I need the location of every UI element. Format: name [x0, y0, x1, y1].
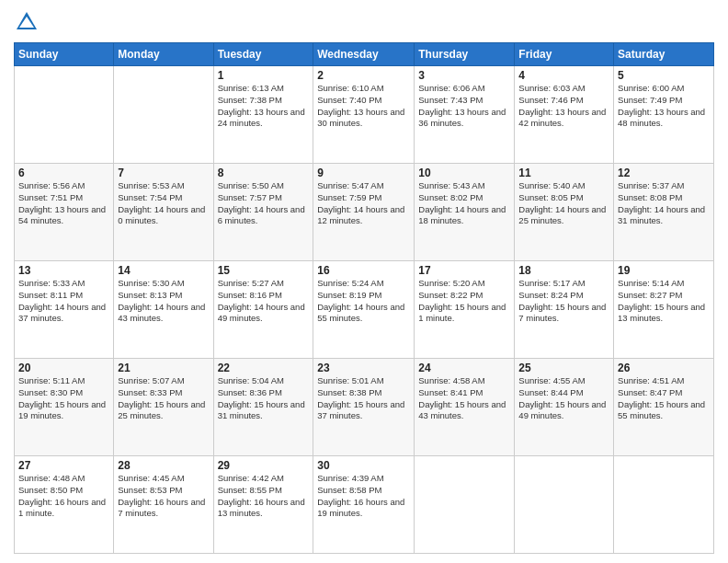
logo — [14, 9, 43, 35]
calendar-cell: 12Sunrise: 5:37 AMSunset: 8:08 PMDayligh… — [614, 164, 714, 261]
day-number: 26 — [618, 362, 710, 374]
calendar-cell: 21Sunrise: 5:07 AMSunset: 8:33 PMDayligh… — [114, 359, 213, 456]
week-row-3: 13Sunrise: 5:33 AMSunset: 8:11 PMDayligh… — [15, 261, 714, 359]
day-number: 16 — [317, 264, 410, 277]
calendar-cell — [515, 456, 614, 554]
day-info: Sunrise: 5:07 AMSunset: 8:33 PMDaylight:… — [118, 375, 209, 422]
day-info: Sunrise: 5:40 AMSunset: 8:05 PMDaylight:… — [518, 180, 609, 227]
day-info: Sunrise: 4:58 AMSunset: 8:41 PMDaylight:… — [418, 375, 510, 422]
calendar-cell — [114, 66, 213, 164]
day-number: 8 — [218, 167, 310, 179]
calendar-cell: 6Sunrise: 5:56 AMSunset: 7:51 PMDaylight… — [15, 164, 114, 261]
day-number: 18 — [518, 264, 609, 277]
header — [14, 9, 714, 35]
calendar-cell: 20Sunrise: 5:11 AMSunset: 8:30 PMDayligh… — [15, 359, 114, 456]
day-info: Sunrise: 5:37 AMSunset: 8:08 PMDaylight:… — [618, 180, 710, 227]
day-info: Sunrise: 4:55 AMSunset: 8:44 PMDaylight:… — [518, 375, 609, 422]
day-number: 6 — [18, 167, 109, 179]
day-number: 3 — [418, 69, 510, 82]
day-number: 21 — [118, 362, 209, 374]
calendar-cell — [15, 66, 114, 164]
day-number: 17 — [418, 264, 510, 277]
day-number: 1 — [218, 69, 310, 82]
day-number: 20 — [18, 362, 109, 374]
logo-icon — [14, 9, 40, 35]
calendar-cell: 4Sunrise: 6:03 AMSunset: 7:46 PMDaylight… — [515, 66, 614, 164]
calendar-cell: 30Sunrise: 4:39 AMSunset: 8:58 PMDayligh… — [313, 456, 415, 554]
weekday-header-wednesday: Wednesday — [313, 43, 415, 66]
calendar-cell: 24Sunrise: 4:58 AMSunset: 8:41 PMDayligh… — [415, 359, 515, 456]
calendar-cell — [415, 456, 515, 554]
week-row-2: 6Sunrise: 5:56 AMSunset: 7:51 PMDaylight… — [15, 164, 714, 261]
page: SundayMondayTuesdayWednesdayThursdayFrid… — [0, 0, 728, 563]
calendar-cell: 22Sunrise: 5:04 AMSunset: 8:36 PMDayligh… — [213, 359, 313, 456]
calendar-cell: 2Sunrise: 6:10 AMSunset: 7:40 PMDaylight… — [313, 66, 415, 164]
calendar-cell: 1Sunrise: 6:13 AMSunset: 7:38 PMDaylight… — [213, 66, 313, 164]
day-info: Sunrise: 4:39 AMSunset: 8:58 PMDaylight:… — [317, 473, 410, 520]
day-info: Sunrise: 5:27 AMSunset: 8:16 PMDaylight:… — [218, 278, 310, 325]
day-info: Sunrise: 5:14 AMSunset: 8:27 PMDaylight:… — [618, 278, 710, 325]
day-number: 19 — [618, 264, 710, 277]
day-info: Sunrise: 5:01 AMSunset: 8:38 PMDaylight:… — [317, 375, 410, 422]
calendar-cell: 17Sunrise: 5:20 AMSunset: 8:22 PMDayligh… — [415, 261, 515, 359]
day-number: 11 — [518, 167, 609, 179]
calendar-cell: 18Sunrise: 5:17 AMSunset: 8:24 PMDayligh… — [515, 261, 614, 359]
calendar-cell: 10Sunrise: 5:43 AMSunset: 8:02 PMDayligh… — [415, 164, 515, 261]
weekday-header-sunday: Sunday — [15, 43, 114, 66]
day-info: Sunrise: 5:20 AMSunset: 8:22 PMDaylight:… — [418, 278, 510, 325]
calendar-cell: 5Sunrise: 6:00 AMSunset: 7:49 PMDaylight… — [614, 66, 714, 164]
weekday-header-thursday: Thursday — [415, 43, 515, 66]
weekday-header-saturday: Saturday — [614, 43, 714, 66]
calendar-cell: 11Sunrise: 5:40 AMSunset: 8:05 PMDayligh… — [515, 164, 614, 261]
day-info: Sunrise: 5:24 AMSunset: 8:19 PMDaylight:… — [317, 278, 410, 325]
day-info: Sunrise: 5:53 AMSunset: 7:54 PMDaylight:… — [118, 180, 209, 227]
day-info: Sunrise: 5:50 AMSunset: 7:57 PMDaylight:… — [218, 180, 310, 227]
day-info: Sunrise: 5:56 AMSunset: 7:51 PMDaylight:… — [18, 180, 109, 227]
calendar-cell: 13Sunrise: 5:33 AMSunset: 8:11 PMDayligh… — [15, 261, 114, 359]
day-info: Sunrise: 5:11 AMSunset: 8:30 PMDaylight:… — [18, 375, 109, 422]
day-number: 10 — [418, 167, 510, 179]
week-row-4: 20Sunrise: 5:11 AMSunset: 8:30 PMDayligh… — [15, 359, 714, 456]
calendar-cell: 25Sunrise: 4:55 AMSunset: 8:44 PMDayligh… — [515, 359, 614, 456]
day-info: Sunrise: 5:04 AMSunset: 8:36 PMDaylight:… — [218, 375, 310, 422]
day-number: 28 — [118, 459, 209, 472]
calendar-cell: 8Sunrise: 5:50 AMSunset: 7:57 PMDaylight… — [213, 164, 313, 261]
day-info: Sunrise: 6:00 AMSunset: 7:49 PMDaylight:… — [618, 83, 710, 130]
day-number: 7 — [118, 167, 209, 179]
day-info: Sunrise: 5:30 AMSunset: 8:13 PMDaylight:… — [118, 278, 209, 325]
day-info: Sunrise: 5:47 AMSunset: 7:59 PMDaylight:… — [317, 180, 410, 227]
calendar-cell: 15Sunrise: 5:27 AMSunset: 8:16 PMDayligh… — [213, 261, 313, 359]
calendar-cell: 26Sunrise: 4:51 AMSunset: 8:47 PMDayligh… — [614, 359, 714, 456]
weekday-header-row: SundayMondayTuesdayWednesdayThursdayFrid… — [15, 43, 714, 66]
day-info: Sunrise: 4:48 AMSunset: 8:50 PMDaylight:… — [18, 473, 109, 520]
day-info: Sunrise: 4:42 AMSunset: 8:55 PMDaylight:… — [218, 473, 310, 520]
day-number: 27 — [18, 459, 109, 472]
day-info: Sunrise: 5:17 AMSunset: 8:24 PMDaylight:… — [518, 278, 609, 325]
day-info: Sunrise: 6:06 AMSunset: 7:43 PMDaylight:… — [418, 83, 510, 130]
day-number: 5 — [618, 69, 710, 82]
calendar-cell: 27Sunrise: 4:48 AMSunset: 8:50 PMDayligh… — [15, 456, 114, 554]
day-number: 4 — [518, 69, 609, 82]
day-info: Sunrise: 6:03 AMSunset: 7:46 PMDaylight:… — [518, 83, 609, 130]
day-number: 12 — [618, 167, 710, 179]
day-number: 15 — [218, 264, 310, 277]
day-number: 29 — [218, 459, 310, 472]
day-info: Sunrise: 4:45 AMSunset: 8:53 PMDaylight:… — [118, 473, 209, 520]
day-number: 30 — [317, 459, 410, 472]
week-row-5: 27Sunrise: 4:48 AMSunset: 8:50 PMDayligh… — [15, 456, 714, 554]
day-info: Sunrise: 4:51 AMSunset: 8:47 PMDaylight:… — [618, 375, 710, 422]
day-info: Sunrise: 5:33 AMSunset: 8:11 PMDaylight:… — [18, 278, 109, 325]
calendar-cell: 23Sunrise: 5:01 AMSunset: 8:38 PMDayligh… — [313, 359, 415, 456]
calendar-cell: 3Sunrise: 6:06 AMSunset: 7:43 PMDaylight… — [415, 66, 515, 164]
day-number: 13 — [18, 264, 109, 277]
weekday-header-tuesday: Tuesday — [213, 43, 313, 66]
calendar-cell: 29Sunrise: 4:42 AMSunset: 8:55 PMDayligh… — [213, 456, 313, 554]
calendar-cell — [614, 456, 714, 554]
day-info: Sunrise: 6:10 AMSunset: 7:40 PMDaylight:… — [317, 83, 410, 130]
calendar-cell: 16Sunrise: 5:24 AMSunset: 8:19 PMDayligh… — [313, 261, 415, 359]
weekday-header-friday: Friday — [515, 43, 614, 66]
day-number: 23 — [317, 362, 410, 374]
weekday-header-monday: Monday — [114, 43, 213, 66]
calendar-table: SundayMondayTuesdayWednesdayThursdayFrid… — [14, 42, 714, 554]
calendar-cell: 9Sunrise: 5:47 AMSunset: 7:59 PMDaylight… — [313, 164, 415, 261]
